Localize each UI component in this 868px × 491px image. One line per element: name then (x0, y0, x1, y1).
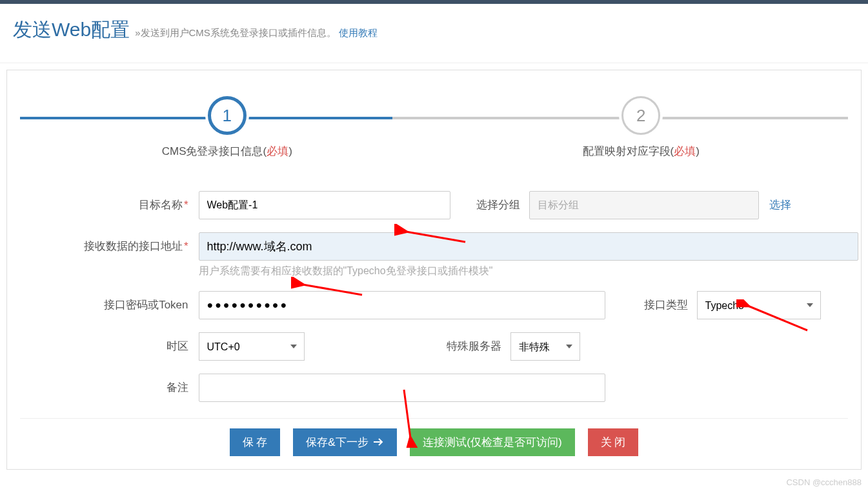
link-select-group[interactable]: 选择 (759, 191, 791, 212)
row-timezone: 时区 UTC+0 特殊服务器 非特殊 (21, 332, 847, 361)
label-api-token: 接口密码或Token (21, 291, 199, 312)
form-container: 目标名称* 选择分组 选择 接收数据的接口地址* 用户系统需要有相应接收数据的"… (21, 191, 847, 402)
page-subtitle: »发送到用户CMS系统免登录接口或插件信息。 使用教程 (135, 27, 378, 39)
button-bar: 保 存 保存&下一步 连接测试(仅检查是否可访问) 关 闭 (20, 418, 848, 456)
save-button[interactable]: 保 存 (230, 428, 281, 456)
label-api-type: 接口类型 (605, 291, 697, 312)
row-notes: 备注 (21, 374, 847, 402)
page-header: 发送Web配置 »发送到用户CMS系统免登录接口或插件信息。 使用教程 (0, 4, 868, 63)
input-target-name[interactable] (199, 191, 450, 219)
main-panel: 1 CMS免登录接口信息(必填) 2 配置映射对应字段(必填) 目标名称* 选择… (6, 70, 862, 470)
close-button[interactable]: 关 闭 (588, 428, 639, 456)
step-1[interactable]: 1 CMS免登录接口信息(必填) (20, 96, 434, 159)
steps-container: 1 CMS免登录接口信息(必填) 2 配置映射对应字段(必填) (20, 96, 848, 159)
step-2-label: 配置映射对应字段(必填) (434, 144, 849, 159)
label-target-name: 目标名称* (21, 191, 199, 212)
row-target-name: 目标名称* 选择分组 选择 (21, 191, 847, 219)
test-connection-button[interactable]: 连接测试(仅检查是否可访问) (410, 428, 574, 456)
select-timezone[interactable]: UTC+0 (199, 332, 305, 361)
page-title: 发送Web配置 (13, 17, 130, 43)
select-special-server[interactable]: 非特殊 (510, 332, 580, 361)
step-2[interactable]: 2 配置映射对应字段(必填) (434, 96, 849, 159)
row-api-token: 接口密码或Token 接口类型 Typecho (21, 291, 847, 319)
label-api-url: 接收数据的接口地址* (21, 232, 199, 254)
input-api-token[interactable] (199, 291, 605, 319)
tutorial-link[interactable]: 使用教程 (339, 27, 378, 38)
help-api-url: 用户系统需要有相应接收数据的"Typecho免登录接口或插件模块" (199, 265, 858, 278)
label-special-server: 特殊服务器 (305, 332, 510, 354)
label-notes: 备注 (21, 374, 199, 395)
arrow-right-icon (374, 437, 384, 450)
select-api-type[interactable]: Typecho (697, 291, 821, 319)
save-next-button[interactable]: 保存&下一步 (293, 428, 397, 456)
input-api-url[interactable] (199, 232, 858, 261)
step-2-circle: 2 (621, 96, 660, 135)
label-timezone: 时区 (21, 332, 199, 354)
step-1-circle: 1 (208, 96, 247, 135)
input-select-group[interactable] (529, 191, 759, 219)
step-1-label: CMS免登录接口信息(必填) (20, 144, 434, 159)
input-notes[interactable] (199, 374, 605, 402)
row-api-url: 接收数据的接口地址* 用户系统需要有相应接收数据的"Typecho免登录接口或插… (21, 232, 847, 278)
label-select-group: 选择分组 (450, 191, 529, 212)
